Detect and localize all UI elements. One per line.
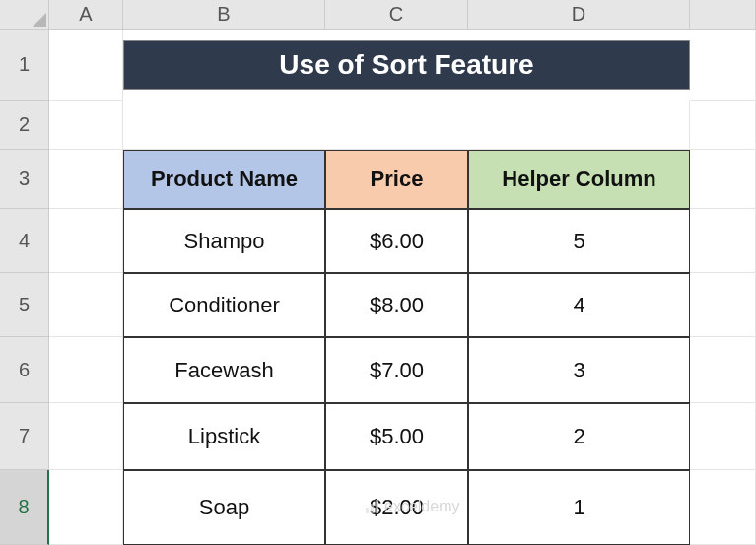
col-head-D[interactable]: D <box>468 0 690 30</box>
table-row[interactable]: $5.00 <box>325 403 468 470</box>
spreadsheet-grid: A B C D 1 Use of Sort Feature 2 3 Produc… <box>0 0 756 545</box>
cell-A1[interactable] <box>49 30 123 101</box>
table-row[interactable]: Shampo <box>123 209 325 273</box>
table-row[interactable]: Lipstick <box>123 403 325 470</box>
cell-E2[interactable] <box>690 101 756 150</box>
title-text: Use of Sort Feature <box>123 40 690 90</box>
cell-A5[interactable] <box>49 273 123 337</box>
row-head-8[interactable]: 8 <box>0 470 49 545</box>
cell-E1[interactable] <box>690 30 756 101</box>
header-helper-column[interactable]: Helper Column <box>468 150 690 209</box>
row-head-2[interactable]: 2 <box>0 101 49 150</box>
table-row[interactable]: Facewash <box>123 337 325 403</box>
header-price[interactable]: Price <box>325 150 468 209</box>
table-row[interactable]: $7.00 <box>325 337 468 403</box>
cell-E3[interactable] <box>690 150 756 209</box>
title-banner: Use of Sort Feature <box>123 30 690 101</box>
table-row[interactable]: 5 <box>468 209 690 273</box>
cell-E7[interactable] <box>690 403 756 470</box>
col-head-blank[interactable] <box>690 0 756 30</box>
cell-E8[interactable] <box>690 470 756 545</box>
table-row[interactable]: $2.00 <box>325 470 468 545</box>
table-row[interactable]: $6.00 <box>325 209 468 273</box>
table-row[interactable]: Soap <box>123 470 325 545</box>
table-row[interactable]: $8.00 <box>325 273 468 337</box>
row-head-1[interactable]: 1 <box>0 30 49 101</box>
col-head-A[interactable]: A <box>49 0 123 30</box>
table-row[interactable]: 3 <box>468 337 690 403</box>
header-product-name[interactable]: Product Name <box>123 150 325 209</box>
select-all-icon <box>33 13 46 27</box>
cell-E5[interactable] <box>690 273 756 337</box>
table-row[interactable]: 4 <box>468 273 690 337</box>
cell-A7[interactable] <box>49 403 123 470</box>
row-head-3[interactable]: 3 <box>0 150 49 209</box>
svg-marker-0 <box>33 13 46 27</box>
cell-A8[interactable] <box>49 470 123 545</box>
select-all-corner[interactable] <box>0 0 49 30</box>
col-head-B[interactable]: B <box>123 0 325 30</box>
table-row[interactable]: 1 <box>468 470 690 545</box>
cell-B2D2[interactable] <box>123 101 690 150</box>
cell-A3[interactable] <box>49 150 123 209</box>
row-head-6[interactable]: 6 <box>0 337 49 403</box>
col-head-C[interactable]: C <box>325 0 468 30</box>
row-head-4[interactable]: 4 <box>0 209 49 273</box>
cell-A6[interactable] <box>49 337 123 403</box>
cell-A4[interactable] <box>49 209 123 273</box>
cell-E4[interactable] <box>690 209 756 273</box>
cell-A2[interactable] <box>49 101 123 150</box>
table-row[interactable]: 2 <box>468 403 690 470</box>
cell-E6[interactable] <box>690 337 756 403</box>
row-head-7[interactable]: 7 <box>0 403 49 470</box>
table-row[interactable]: Conditioner <box>123 273 325 337</box>
row-head-5[interactable]: 5 <box>0 273 49 337</box>
